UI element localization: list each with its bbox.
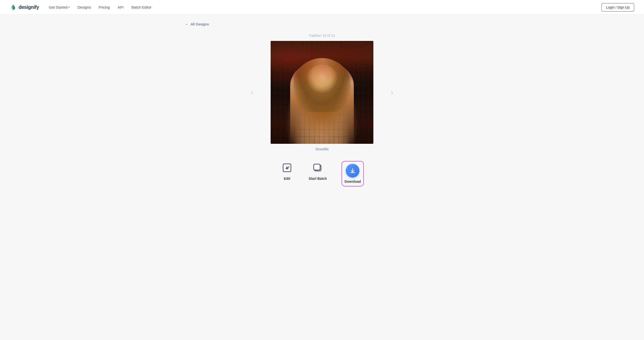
image-counter: Fashion 13 of 13 [309, 34, 335, 38]
photo-background [270, 41, 374, 144]
login-button[interactable]: Login / Sign Up [602, 3, 634, 12]
person-figure [290, 61, 354, 144]
download-label: Download [344, 180, 361, 184]
download-circle-icon [346, 164, 360, 178]
download-highlight: Download [342, 161, 364, 187]
image-viewer: Fashion 13 of 13 ‹ › Streetlife [185, 34, 459, 187]
nav-links: Get Started ▾ Designs Pricing API Batch … [49, 5, 602, 9]
nav-api[interactable]: API [118, 5, 124, 9]
logo-text: designify [18, 5, 39, 10]
prev-arrow-button[interactable]: ‹ [248, 85, 256, 99]
action-buttons: Edit Start Batch [280, 161, 364, 187]
logo-icon [10, 4, 17, 11]
main-content: ← All Designs Fashion 13 of 13 ‹ › Stree… [175, 15, 469, 194]
nav-batch-editor[interactable]: Batch Editor [132, 5, 152, 9]
back-label: All Designs [190, 22, 209, 26]
batch-icon [311, 161, 325, 175]
svg-rect-7 [314, 164, 320, 170]
back-arrow-icon: ← [185, 22, 189, 26]
start-batch-button[interactable]: Start Batch [308, 161, 327, 181]
edit-icon [280, 161, 294, 175]
download-button[interactable]: Download [342, 161, 364, 187]
next-arrow-button[interactable]: › [388, 85, 396, 99]
back-link[interactable]: ← All Designs [185, 22, 459, 26]
image-area: ‹ › [185, 41, 459, 144]
caret-icon: ▾ [68, 6, 70, 9]
nav-get-started[interactable]: Get Started ▾ [49, 5, 70, 9]
svg-rect-4 [283, 164, 291, 172]
navbar: designify Get Started ▾ Designs Pricing … [0, 0, 644, 15]
nav-pricing[interactable]: Pricing [98, 5, 110, 9]
logo-link[interactable]: designify [10, 4, 39, 11]
nav-designs[interactable]: Designs [78, 5, 91, 9]
edit-label: Edit [284, 177, 290, 181]
main-image [270, 41, 374, 144]
edit-button[interactable]: Edit [280, 161, 294, 181]
batch-label: Start Batch [308, 177, 327, 181]
image-label: Streetlife [315, 147, 328, 151]
